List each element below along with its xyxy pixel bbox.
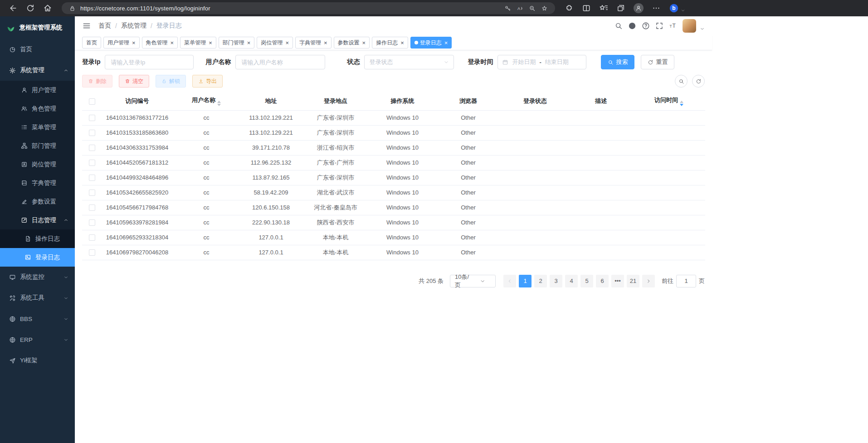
- page-button-4[interactable]: 4: [565, 275, 578, 287]
- sort-caret[interactable]: [680, 101, 683, 106]
- tab-dict-mgmt[interactable]: 字典管理×: [295, 37, 332, 49]
- table-refresh-button[interactable]: [692, 75, 705, 88]
- date-range-picker[interactable]: 开始日期 - 结束日期: [497, 55, 586, 69]
- user-avatar[interactable]: [683, 19, 696, 33]
- sidebar-item-operation-log[interactable]: 操作日志: [0, 229, 75, 248]
- delete-button[interactable]: 删除: [82, 75, 112, 88]
- prev-page-button[interactable]: [503, 275, 516, 287]
- tab-home[interactable]: 首页: [82, 37, 101, 49]
- export-button[interactable]: 导出: [192, 75, 223, 88]
- extensions-icon[interactable]: [565, 4, 574, 13]
- search-button[interactable]: 搜索: [601, 55, 634, 69]
- github-icon[interactable]: [628, 22, 636, 30]
- more-pages-button[interactable]: •••: [611, 275, 624, 287]
- favorites-icon[interactable]: [599, 4, 608, 13]
- sidebar-item-role-mgmt[interactable]: 角色管理: [0, 99, 75, 118]
- clear-button[interactable]: 清空: [119, 75, 149, 88]
- login-ip-input[interactable]: [105, 55, 194, 69]
- sidebar-item-home[interactable]: 首页: [0, 39, 75, 60]
- close-icon[interactable]: ×: [209, 40, 212, 46]
- row-checkbox[interactable]: [89, 190, 95, 196]
- page-button-21[interactable]: 21: [627, 275, 639, 287]
- fullscreen-icon[interactable]: [655, 22, 663, 30]
- status-select[interactable]: 登录状态: [364, 55, 454, 69]
- sort-caret[interactable]: [217, 101, 221, 106]
- row-checkbox[interactable]: [89, 234, 95, 241]
- url-text[interactable]: https://ccnetcore.com:1101/system/log/lo…: [80, 5, 210, 12]
- page-size-select[interactable]: 10条/页: [450, 275, 496, 287]
- add-favorite-icon[interactable]: [541, 5, 548, 12]
- sidebar-item-param-settings[interactable]: 参数设置: [0, 192, 75, 211]
- close-icon[interactable]: ×: [171, 40, 174, 46]
- tab-role-mgmt[interactable]: 角色管理×: [142, 37, 178, 49]
- reset-button[interactable]: 重置: [641, 55, 674, 69]
- chevron-down-icon[interactable]: [681, 8, 685, 13]
- settings-menu-icon[interactable]: [652, 4, 661, 13]
- sidebar-item-bbs[interactable]: BBS: [0, 308, 75, 329]
- sidebar-item-system-monitor[interactable]: 系统监控: [0, 267, 75, 287]
- refresh-icon[interactable]: [26, 4, 35, 13]
- close-icon[interactable]: ×: [444, 40, 448, 46]
- close-icon[interactable]: ×: [285, 40, 289, 46]
- tab-post-mgmt[interactable]: 岗位管理×: [257, 37, 293, 49]
- username-input[interactable]: [235, 55, 325, 69]
- help-icon[interactable]: [642, 22, 650, 30]
- back-icon[interactable]: [9, 4, 18, 13]
- row-checkbox[interactable]: [89, 130, 95, 136]
- select-all-checkbox[interactable]: [89, 98, 95, 105]
- page-button-1[interactable]: 1: [519, 275, 532, 287]
- close-icon[interactable]: ×: [324, 40, 327, 46]
- browser-home-icon[interactable]: [43, 4, 52, 13]
- copilot-bing-icon[interactable]: b: [669, 3, 679, 13]
- goto-page-input[interactable]: [676, 275, 696, 287]
- sidebar-item-dept-mgmt[interactable]: 部门管理: [0, 136, 75, 155]
- close-icon[interactable]: ×: [400, 40, 404, 46]
- tab-dept-mgmt[interactable]: 部门管理×: [219, 37, 255, 49]
- row-checkbox[interactable]: [89, 175, 95, 181]
- collections-icon[interactable]: [616, 4, 625, 13]
- page-button-3[interactable]: 3: [550, 275, 562, 287]
- search-icon[interactable]: [614, 22, 623, 30]
- breadcrumb-item[interactable]: 首页: [98, 22, 111, 30]
- close-icon[interactable]: ×: [362, 40, 366, 46]
- tab-user-mgmt[interactable]: 用户管理×: [103, 37, 140, 49]
- row-checkbox[interactable]: [89, 115, 95, 121]
- close-icon[interactable]: ×: [247, 40, 251, 46]
- unlock-button[interactable]: 解锁: [156, 75, 186, 88]
- table-search-button[interactable]: [675, 75, 688, 88]
- sidebar-item-menu-mgmt[interactable]: 菜单管理: [0, 118, 75, 136]
- tab-operation-log[interactable]: 操作日志×: [372, 37, 408, 49]
- read-aloud-icon[interactable]: A: [517, 5, 523, 12]
- sidebar-item-system-tools[interactable]: 系统工具: [0, 287, 75, 308]
- row-checkbox[interactable]: [89, 145, 95, 151]
- close-icon[interactable]: ×: [132, 40, 136, 46]
- tab-login-log[interactable]: 登录日志×: [410, 37, 452, 49]
- address-bar[interactable]: https://ccnetcore.com:1101/system/log/lo…: [62, 2, 555, 14]
- row-checkbox[interactable]: [89, 219, 95, 226]
- split-screen-icon[interactable]: [582, 4, 591, 13]
- page-button-6[interactable]: 6: [596, 275, 609, 287]
- sidebar-item-login-log[interactable]: 登录日志: [0, 248, 75, 267]
- row-checkbox[interactable]: [89, 204, 95, 211]
- column-header-username[interactable]: 用户名称: [172, 92, 240, 110]
- sidebar-item-user-mgmt[interactable]: 用户管理: [0, 81, 75, 99]
- tab-menu-mgmt[interactable]: 菜单管理×: [180, 37, 216, 49]
- sidebar-item-erp[interactable]: ERP: [0, 329, 75, 350]
- next-page-button[interactable]: [642, 275, 655, 287]
- chevron-down-icon[interactable]: [700, 26, 705, 31]
- sidebar-item-log-mgmt[interactable]: 日志管理: [0, 211, 75, 229]
- browser-profile-icon[interactable]: [634, 3, 644, 13]
- sidebar-item-yi-framework[interactable]: Yi框架: [0, 350, 75, 371]
- sidebar-item-post-mgmt[interactable]: 岗位管理: [0, 155, 75, 174]
- sidebar-item-dict-mgmt[interactable]: 字典管理: [0, 174, 75, 192]
- row-checkbox[interactable]: [89, 249, 95, 256]
- tab-param-settings[interactable]: 参数设置×: [334, 37, 370, 49]
- zoom-out-icon[interactable]: [529, 5, 536, 12]
- page-button-5[interactable]: 5: [580, 275, 593, 287]
- breadcrumb-item[interactable]: 系统管理: [121, 22, 146, 30]
- row-checkbox[interactable]: [89, 160, 95, 166]
- column-header-visit-time[interactable]: 访问时间: [633, 92, 705, 110]
- sidebar-item-system-mgmt[interactable]: 系统管理: [0, 60, 75, 81]
- password-key-icon[interactable]: [504, 5, 511, 12]
- hamburger-icon[interactable]: [82, 21, 91, 30]
